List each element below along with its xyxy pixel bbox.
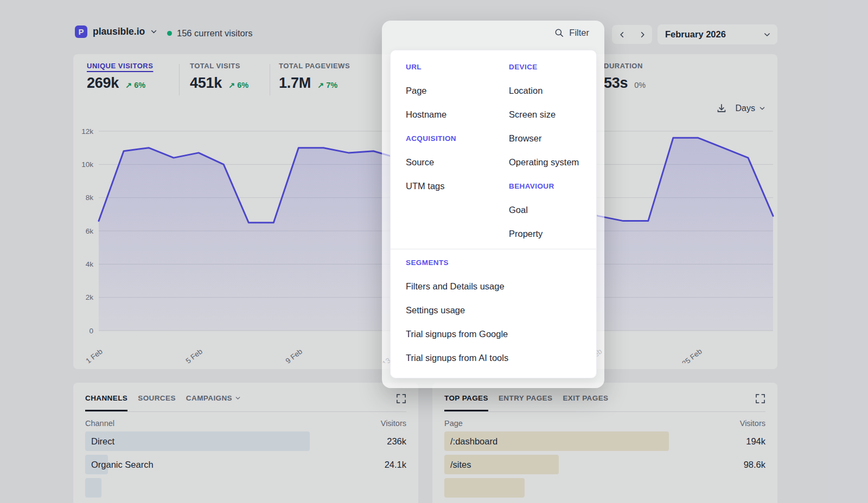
filter-popover: Filter URLPageHostnameACQUISITIONSourceU… [382,21,604,388]
filter-menu-columns: URLPageHostnameACQUISITIONSourceUTM tags… [391,50,596,246]
segment-label: Trial signups from Google [406,329,508,339]
filter-item-label: Property [509,229,542,239]
filter-section-device: DEVICE [509,55,581,79]
segment-label: Trial signups from AI tools [406,353,508,363]
filter-section-title: ACQUISITION [406,134,456,143]
filter-menu-column-1: URLPageHostnameACQUISITIONSourceUTM tags [406,55,509,246]
filter-item-label: UTM tags [406,181,445,191]
filter-item-location[interactable]: Location [509,79,581,102]
filter-menu: URLPageHostnameACQUISITIONSourceUTM tags… [390,50,597,378]
filter-section-behaviour: BEHAVIOUR [509,174,581,198]
segment-trial-signups-from-google[interactable]: Trial signups from Google [406,322,581,346]
filter-item-label: Goal [509,205,528,215]
menu-divider [391,249,596,249]
filter-menu-column-2: DEVICELocationScreen sizeBrowserOperatin… [509,55,581,246]
segment-label: Filters and Details usage [406,281,505,292]
segments-title: SEGMENTS [406,259,449,267]
filter-item-property[interactable]: Property [509,222,581,246]
filter-section-title: DEVICE [509,63,538,71]
filter-item-label: Hostname [406,109,446,120]
filter-item-label: Location [509,86,542,96]
filter-item-label: Screen size [509,109,556,120]
filter-item-screen-size[interactable]: Screen size [509,102,581,126]
segments-section: SEGMENTSFilters and Details usageSetting… [391,250,596,370]
filter-item-source[interactable]: Source [406,150,509,174]
filter-button[interactable]: Filter [554,28,589,38]
segment-label: Settings usage [406,305,465,315]
segment-filters-and-details-usage[interactable]: Filters and Details usage [406,274,581,298]
filter-item-operating-system[interactable]: Operating system [509,150,581,174]
segment-settings-usage[interactable]: Settings usage [406,298,581,322]
filter-button-label: Filter [569,28,589,38]
filter-item-label: Operating system [509,157,579,167]
filter-item-page[interactable]: Page [406,79,509,102]
filter-section-title: BEHAVIOUR [509,182,554,190]
filter-section-title: URL [406,63,422,71]
filter-item-hostname[interactable]: Hostname [406,102,509,126]
filter-section-acquisition: ACQUISITION [406,126,509,150]
filter-item-label: Source [406,157,434,167]
filter-item-label: Page [406,86,427,96]
filter-item-goal[interactable]: Goal [509,198,581,222]
search-icon [554,28,564,38]
segments-header: SEGMENTS [406,250,581,274]
filter-item-browser[interactable]: Browser [509,126,581,150]
filter-item-utm-tags[interactable]: UTM tags [406,174,509,198]
filter-item-label: Browser [509,133,542,144]
segment-trial-signups-from-ai-tools[interactable]: Trial signups from AI tools [406,346,581,370]
filter-section-url: URL [406,55,509,79]
